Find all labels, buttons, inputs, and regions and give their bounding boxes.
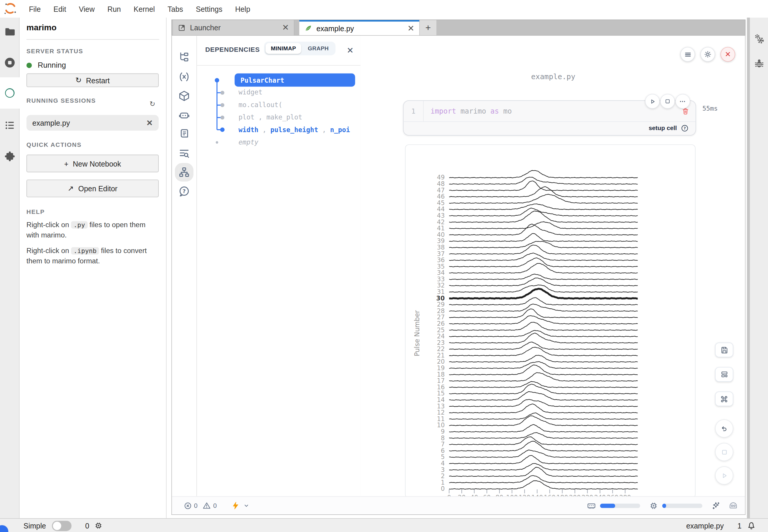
file-tree-icon[interactable] [178, 51, 190, 63]
restart-button[interactable]: ↻ Restart [26, 73, 159, 87]
dependency-graph-icon[interactable] [178, 167, 190, 178]
file-browser-icon[interactable] [4, 26, 16, 38]
svg-text:19: 19 [437, 365, 445, 372]
warning-count: 0 [213, 502, 217, 509]
dependency-item-5[interactable]: empty [239, 136, 259, 148]
kernel-chip-icon[interactable] [94, 521, 103, 530]
run-cell-button[interactable] [645, 94, 660, 109]
menu-edit[interactable]: Edit [47, 5, 72, 13]
notebook-menu-button[interactable] [680, 47, 695, 62]
packages-icon[interactable] [178, 90, 190, 102]
cell-more-button[interactable]: ⋯ [676, 94, 690, 109]
svg-text:39: 39 [437, 237, 445, 245]
play-icon [649, 98, 656, 104]
dependencies-title: DEPENDENCIES [205, 46, 260, 53]
menu-bar: FileEditViewRunKernelTabsSettingsHelp [0, 0, 768, 18]
menu-view[interactable]: View [72, 5, 101, 13]
divider [26, 39, 159, 40]
layout-icon [720, 370, 728, 378]
ellipsis-icon: ⋯ [680, 98, 686, 105]
help-heading: HELP [26, 209, 45, 215]
marimo-logo-icon[interactable] [4, 87, 16, 99]
ai-sparkle-icon[interactable] [711, 501, 721, 510]
svg-text:32: 32 [437, 282, 445, 289]
svg-text:16: 16 [437, 384, 445, 391]
svg-text:49: 49 [437, 174, 445, 181]
close-session-icon[interactable]: ✕ [146, 118, 153, 128]
chevron-down-icon[interactable] [243, 502, 250, 509]
svg-text:27: 27 [437, 314, 445, 321]
svg-text:48: 48 [437, 180, 445, 187]
code-token: mo [499, 107, 512, 115]
ai-assistant-icon[interactable] [178, 109, 190, 121]
new-notebook-button[interactable]: + New Notebook [26, 155, 159, 172]
dependency-item-3[interactable]: plot , make_plot [239, 111, 302, 123]
running-kernels-icon[interactable] [4, 57, 16, 69]
dependency-item-4[interactable]: width , pulse_height , n_poi [239, 123, 350, 136]
session-item[interactable]: example.py ✕ [26, 115, 159, 131]
debugger-bug-icon[interactable] [753, 58, 765, 69]
run-all-button[interactable] [715, 466, 733, 485]
notebook-title: example.py [360, 72, 745, 81]
notification-bubble[interactable] [0, 525, 8, 532]
open-editor-button[interactable]: ↗ Open Editor [26, 179, 159, 197]
memory-icon [587, 501, 596, 510]
close-tab-icon[interactable]: ✕ [407, 23, 414, 34]
statusbar-filename[interactable]: example.py [686, 521, 724, 530]
errors-icon[interactable] [184, 501, 192, 510]
menu-tabs[interactable]: Tabs [161, 5, 189, 13]
help-icon[interactable]: ? [178, 185, 190, 197]
dependency-item-2[interactable]: mo.callout( [239, 98, 282, 111]
close-tab-icon[interactable]: ✕ [282, 23, 289, 33]
svg-text:33: 33 [437, 276, 445, 283]
svg-text:2: 2 [441, 473, 445, 480]
layout-button[interactable] [715, 367, 733, 382]
undo-button[interactable] [715, 419, 733, 438]
running-sessions-heading: RUNNING SESSIONS [26, 97, 96, 104]
logs-icon[interactable] [178, 128, 190, 139]
table-of-contents-icon[interactable] [4, 119, 16, 131]
svg-text:14: 14 [437, 396, 445, 403]
question-icon[interactable]: ? [681, 124, 689, 132]
property-inspector-icon[interactable] [753, 33, 765, 45]
dependency-item-1[interactable]: widget [239, 86, 262, 99]
chatbot-icon[interactable] [728, 501, 738, 511]
menu-run[interactable]: Run [101, 5, 127, 13]
cell-runtime: 55ms [702, 105, 718, 112]
save-button[interactable] [715, 343, 733, 357]
toggle-minimap[interactable]: MINIMAP [265, 43, 301, 54]
tab-example-py[interactable]: example.py ✕ [299, 20, 419, 35]
bell-icon[interactable] [747, 521, 756, 531]
lightning-icon[interactable] [232, 501, 240, 510]
close-panel-icon[interactable]: ✕ [347, 46, 354, 56]
refresh-sessions-icon[interactable]: ↻ [149, 100, 155, 108]
stop-cell-button[interactable] [660, 94, 675, 109]
toggle-graph[interactable]: GRAPH [303, 43, 334, 54]
shortcuts-button[interactable] [715, 392, 733, 406]
svg-text:22: 22 [437, 345, 445, 353]
shutdown-button[interactable]: ✕ [721, 47, 735, 62]
menu-file[interactable]: File [23, 5, 47, 13]
svg-text:6: 6 [441, 447, 445, 454]
menu-help[interactable]: Help [229, 5, 257, 13]
svg-text:5: 5 [441, 453, 445, 460]
dependency-item-0[interactable]: PulsarChart [235, 73, 355, 87]
setup-cell-label: setup cell [649, 124, 677, 131]
code-content[interactable]: import marimo as mo [424, 107, 512, 115]
svg-text:34: 34 [437, 269, 445, 276]
svg-text:20: 20 [437, 358, 445, 365]
svg-text:8: 8 [441, 435, 445, 442]
new-tab-button[interactable]: + [420, 20, 436, 35]
variables-icon[interactable] [178, 71, 190, 83]
menu-kernel[interactable]: Kernel [127, 5, 161, 13]
simple-mode-toggle[interactable] [52, 521, 71, 531]
interrupt-button[interactable] [715, 443, 733, 461]
plus-icon: + [64, 159, 69, 167]
notebook-settings-button[interactable] [700, 47, 715, 62]
menu-settings[interactable]: Settings [189, 5, 229, 13]
tab-launcher[interactable]: Launcher ✕ [173, 20, 294, 35]
extensions-icon[interactable] [4, 151, 16, 162]
leaf-icon [304, 24, 312, 32]
warnings-icon[interactable] [202, 501, 211, 510]
outline-search-icon[interactable] [178, 147, 190, 159]
